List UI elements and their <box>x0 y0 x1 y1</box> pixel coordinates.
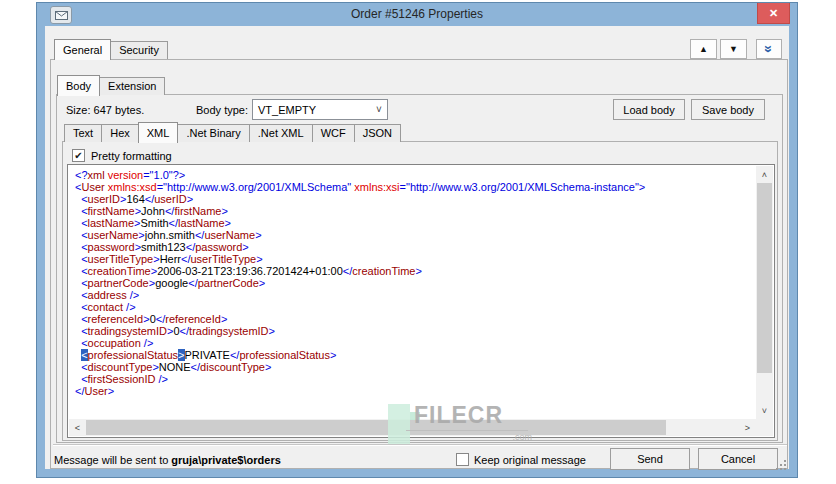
send-button[interactable]: Send <box>610 448 690 470</box>
xml-line: <referenceId>0</referenceId> <box>75 313 756 325</box>
body-tabs: BodyExtension <box>57 74 165 95</box>
message-prefix: Message will be sent to <box>54 454 168 466</box>
scroll-down-icon[interactable]: ˅ <box>756 402 773 419</box>
move-next-message-button[interactable]: ▼ <box>720 39 747 59</box>
close-icon: ✕ <box>769 7 778 20</box>
horizontal-scroll-thumb[interactable] <box>86 420 666 435</box>
xml-line: <userTitleType>Herr</userTitleType> <box>75 253 756 265</box>
body-type-select[interactable]: VT_EMPTY ˅ <box>252 99 388 120</box>
watermark-suffix: .com <box>512 432 532 442</box>
xml-line: <address /> <box>75 289 756 301</box>
screenshot-canvas: Order #51246 Properties ✕ GeneralSecurit… <box>0 0 836 484</box>
xml-viewer[interactable]: <?xml version="1.0"?><User xmlns:xsd="ht… <box>67 164 775 438</box>
xml-line: <firstName>John</firstName> <box>75 205 756 217</box>
resize-grip[interactable] <box>776 460 788 472</box>
xml-vertical-scrollbar[interactable]: ˄ ˅ <box>756 166 773 419</box>
tab--net-binary[interactable]: .Net Binary <box>177 124 249 142</box>
page-tabs: GeneralSecurity <box>54 38 168 59</box>
titlebar[interactable]: Order #51246 Properties ✕ <box>37 3 797 26</box>
xml-content: <?xml version="1.0"?><User xmlns:xsd="ht… <box>69 166 756 419</box>
tab-wcf[interactable]: WCF <box>312 124 355 142</box>
format-tabs: TextHexXML.Net Binary.Net XMLWCFJSON <box>64 121 401 142</box>
xml-line: <userName>john.smith</userName> <box>75 229 756 241</box>
collapse-button[interactable]: » <box>756 39 782 59</box>
xml-line: </User> <box>75 385 756 397</box>
xml-line: <occupation /> <box>75 337 756 349</box>
xml-line: <discountType>NONE</discountType> <box>75 361 756 373</box>
pretty-formatting-checkbox[interactable]: ✔ <box>72 149 85 162</box>
scroll-up-icon[interactable]: ˄ <box>756 166 773 183</box>
destination-message: Message will be sent togruja\private$\or… <box>54 450 281 470</box>
envelope-icon <box>50 6 72 24</box>
dialog-body: GeneralSecurity ▲ ▼ » BodyExtension Size… <box>45 26 789 469</box>
xml-line: <userID>164</userID> <box>75 193 756 205</box>
xml-line: <password>smith123</password> <box>75 241 756 253</box>
xml-line: <firstSessionID /> <box>75 373 756 385</box>
tab-general[interactable]: General <box>54 39 111 60</box>
keep-original-label: Keep original message <box>474 452 586 468</box>
tab-text[interactable]: Text <box>64 124 102 142</box>
xml-line: <?xml version="1.0"?> <box>75 169 756 181</box>
scroll-right-icon[interactable]: ˃ <box>739 419 756 436</box>
body-type-label: Body type: <box>196 102 248 118</box>
scrollbar-corner <box>756 419 773 436</box>
xml-line: <tradingsystemID>0</tradingsystemID> <box>75 325 756 337</box>
watermark-divider <box>406 430 528 431</box>
pretty-formatting-label: Pretty formatting <box>91 148 172 164</box>
xml-line: <partnerCode>google</partnerCode> <box>75 277 756 289</box>
xml-line: <User xmlns:xsd="http://www.w3.org/2001/… <box>75 181 756 193</box>
down-arrow-icon: ▼ <box>729 45 738 54</box>
keep-original-checkbox[interactable] <box>456 453 469 466</box>
xml-line: <professionalStatus>PRIVATE</professiona… <box>75 349 756 361</box>
destination-queue-path: gruja\private$\orders <box>171 454 280 466</box>
cancel-button[interactable]: Cancel <box>698 448 778 470</box>
xml-line: <lastName>Smith</lastName> <box>75 217 756 229</box>
window-title: Order #51246 Properties <box>37 3 797 26</box>
close-button[interactable]: ✕ <box>757 3 790 24</box>
body-type-value: VT_EMPTY <box>258 104 316 116</box>
tab-extension[interactable]: Extension <box>99 77 165 95</box>
chevron-down-icon: ˅ <box>371 104 387 115</box>
filecr-watermark: FILECR .com <box>402 402 534 446</box>
xml-line: <creationTime>2006-03-21T23:19:36.720142… <box>75 265 756 277</box>
load-body-button[interactable]: Load body <box>613 99 685 120</box>
tab-security[interactable]: Security <box>110 41 168 59</box>
save-body-button[interactable]: Save body <box>691 99 765 120</box>
xml-line: <contact /> <box>75 301 756 313</box>
properties-dialog: Order #51246 Properties ✕ GeneralSecurit… <box>36 2 798 478</box>
double-chevron-down-icon: » <box>762 45 776 53</box>
tab-json[interactable]: JSON <box>354 124 401 142</box>
scroll-left-icon[interactable]: ˂ <box>69 419 86 436</box>
watermark-text: FILECR <box>414 402 503 429</box>
filecr-logo-icon <box>388 404 410 444</box>
up-arrow-icon: ▲ <box>699 45 708 54</box>
tab-hex[interactable]: Hex <box>101 124 139 142</box>
tab-xml[interactable]: XML <box>138 122 179 143</box>
move-previous-message-button[interactable]: ▲ <box>690 39 717 59</box>
size-label: Size: 647 bytes. <box>66 102 144 118</box>
vertical-scroll-thumb[interactable] <box>757 183 772 373</box>
tab--net-xml[interactable]: .Net XML <box>249 124 313 142</box>
tab-body[interactable]: Body <box>57 75 100 96</box>
